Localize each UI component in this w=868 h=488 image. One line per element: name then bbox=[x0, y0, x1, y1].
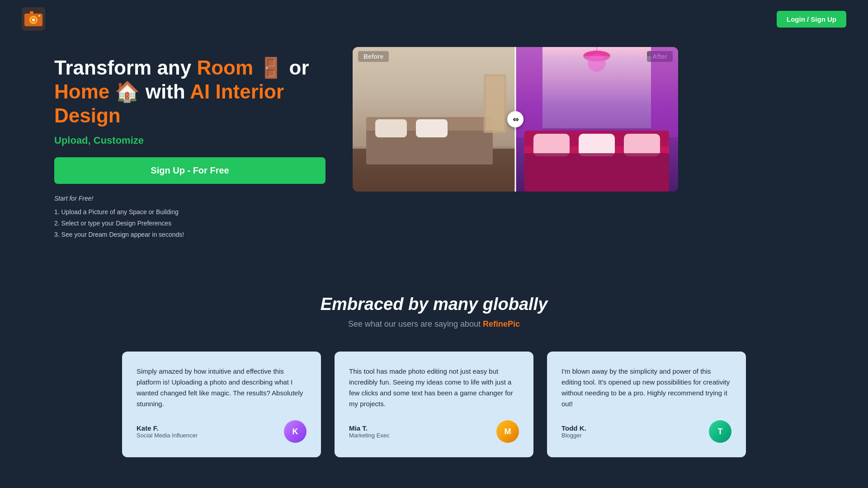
testimonial-card-2: This tool has made photo editing not jus… bbox=[335, 352, 533, 457]
testimonial-footer-1: Kate F. Social Media Influencer K bbox=[137, 420, 307, 443]
hero-step1: 1. Upload a Picture of any Space or Buil… bbox=[54, 206, 326, 218]
hero-title-transform: Transform any bbox=[54, 56, 197, 79]
hero-steps: Start for Free! 1. Upload a Picture of a… bbox=[54, 193, 326, 240]
hero-title: Transform any Room 🚪 or Home 🏠 with AI I… bbox=[54, 56, 326, 127]
author-name-1: Kate F. bbox=[137, 424, 198, 432]
hero-cta-button[interactable]: Sign Up - For Free bbox=[54, 157, 326, 184]
avatar-mia-initial: M bbox=[505, 427, 511, 436]
svg-rect-19 bbox=[651, 47, 678, 137]
testimonials-section: Embraced by many globally See what our u… bbox=[0, 267, 868, 484]
hero-right: Before bbox=[353, 47, 678, 192]
header: Login / Sign Up bbox=[0, 0, 868, 38]
svg-rect-26 bbox=[524, 153, 669, 192]
author-role-2: Marketing Exec bbox=[349, 432, 390, 439]
svg-rect-14 bbox=[486, 76, 504, 131]
testimonial-text-2: This tool has made photo editing not jus… bbox=[349, 366, 519, 409]
author-role-1: Social Media Influencer bbox=[137, 432, 198, 439]
testimonial-footer-2: Mia T. Marketing Exec M bbox=[349, 420, 519, 443]
author-name-2: Mia T. bbox=[349, 424, 390, 432]
login-signup-button[interactable]: Login / Sign Up bbox=[777, 11, 846, 28]
logo-container bbox=[22, 7, 45, 31]
hero-title-house-emoji: 🏠 bbox=[115, 80, 140, 103]
svg-rect-24 bbox=[579, 134, 615, 156]
testimonial-card-3: I'm blown away by the simplicity and pow… bbox=[547, 352, 746, 457]
avatar-todd: T bbox=[709, 420, 731, 443]
svg-point-6 bbox=[38, 15, 40, 17]
hero-title-home: Home bbox=[54, 80, 109, 103]
svg-rect-12 bbox=[416, 119, 448, 137]
svg-rect-5 bbox=[30, 11, 33, 14]
hero-title-door-emoji: 🚪 or bbox=[259, 56, 309, 79]
svg-rect-23 bbox=[533, 134, 570, 156]
svg-point-4 bbox=[32, 19, 35, 21]
svg-rect-20 bbox=[542, 56, 651, 128]
hero-title-room: Room bbox=[197, 56, 253, 79]
testimonial-text-1: Simply amazed by how intuitive and effec… bbox=[137, 366, 307, 409]
hero-left: Transform any Room 🚪 or Home 🏠 with AI I… bbox=[54, 47, 326, 240]
brand-name: RefinePic bbox=[483, 319, 520, 328]
testimonial-author-3: Todd K. Blogger bbox=[561, 424, 586, 439]
before-bedroom-svg bbox=[353, 47, 515, 192]
logo-icon bbox=[22, 7, 45, 31]
hero-step2: 2. Select or type your Design Preference… bbox=[54, 218, 326, 229]
testimonials-title: Embraced by many globally bbox=[36, 295, 832, 314]
testimonial-footer-3: Todd K. Blogger T bbox=[561, 420, 731, 443]
author-name-3: Todd K. bbox=[561, 424, 586, 432]
author-role-3: Blogger bbox=[561, 432, 586, 439]
handle-icon: ⇔ bbox=[513, 115, 519, 124]
compare-container: Before bbox=[353, 47, 678, 192]
avatar-kate: K bbox=[284, 420, 307, 443]
hero-step3: 3. See your Dream Design appear in secon… bbox=[54, 229, 326, 240]
compare-handle[interactable]: ⇔ bbox=[507, 111, 524, 127]
hero-section: Transform any Room 🚪 or Home 🏠 with AI I… bbox=[0, 38, 868, 267]
hero-step-header: Start for Free! bbox=[54, 193, 326, 204]
compare-before-panel: Before bbox=[353, 47, 515, 192]
svg-rect-11 bbox=[375, 119, 407, 137]
after-bedroom-svg bbox=[515, 47, 678, 192]
middle-cta-section: Sign Up - For Free bbox=[0, 484, 868, 488]
hero-title-with: with bbox=[146, 80, 190, 103]
testimonials-subtitle: See what our users are saying about Refi… bbox=[36, 319, 832, 329]
avatar-kate-initial: K bbox=[292, 427, 298, 436]
testimonial-author-1: Kate F. Social Media Influencer bbox=[137, 424, 198, 439]
compare-after-panel: After bbox=[515, 47, 678, 192]
testimonial-author-2: Mia T. Marketing Exec bbox=[349, 424, 390, 439]
hero-subtitle: Upload, Customize bbox=[54, 135, 326, 146]
testimonials-grid: Simply amazed by how intuitive and effec… bbox=[36, 352, 832, 457]
svg-rect-25 bbox=[624, 134, 660, 156]
testimonial-text-3: I'm blown away by the simplicity and pow… bbox=[561, 366, 731, 409]
avatar-todd-initial: T bbox=[718, 427, 723, 436]
avatar-mia: M bbox=[496, 420, 519, 443]
testimonial-card-1: Simply amazed by how intuitive and effec… bbox=[122, 352, 321, 457]
